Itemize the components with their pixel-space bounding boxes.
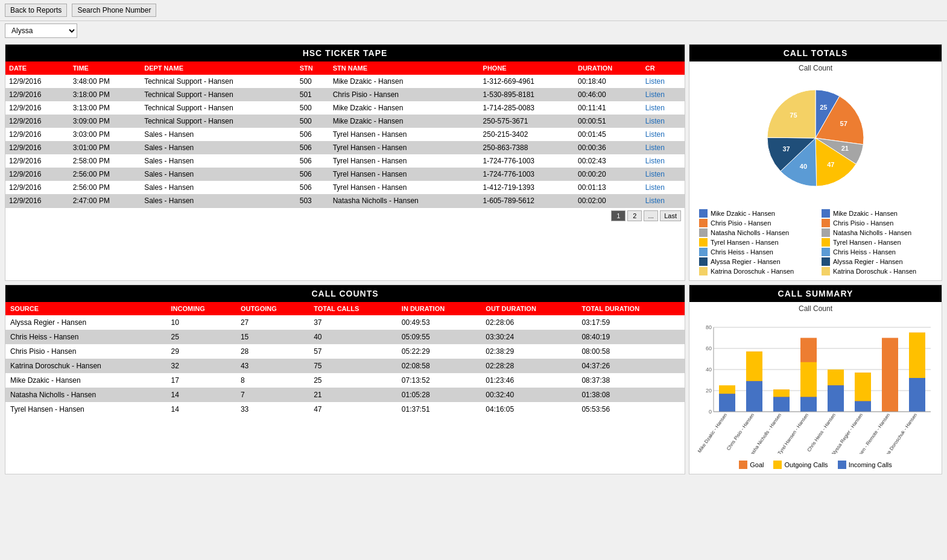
ticker-header-row: DATE TIME DEPT NAME STN STN NAME PHONE D… [5, 61, 685, 75]
legend-item: Mike Dzakic - Hansen [822, 209, 932, 218]
cell-time: 2:56:00 PM [69, 181, 141, 194]
alyssa-dropdown[interactable]: Alyssa [5, 24, 77, 38]
pie-chart-container: 25572147403775 [689, 75, 942, 204]
bar-incoming [828, 385, 844, 412]
legend-color-box [699, 267, 708, 275]
col-date: DATE [5, 61, 69, 75]
listen-link[interactable]: Listen [645, 197, 665, 205]
col-phone: PHONE [480, 61, 574, 75]
table-row: 12/9/2016 3:13:00 PM Technical Support -… [5, 101, 685, 115]
cell-dept: Sales - Hansen [141, 141, 296, 154]
page-2-button[interactable]: 2 [627, 210, 642, 221]
legend-item: Katrina Doroschuk - Hansen [699, 267, 809, 275]
legend-label: Chris Pisio - Hansen [711, 219, 771, 227]
bar-incoming [719, 394, 735, 412]
cell-stn: 506 [296, 181, 329, 194]
legend-color-box [699, 248, 708, 256]
cell-date: 12/9/2016 [5, 88, 69, 101]
cell-duration: 00:01:45 [574, 128, 642, 141]
legend-color-box [699, 228, 708, 237]
cell-source: Chris Pisio - Hansen [5, 344, 166, 359]
cell-total: 37 [309, 315, 397, 330]
y-axis-label: 20 [706, 388, 712, 394]
listen-link[interactable]: Listen [645, 117, 665, 125]
pie-label: 47 [827, 161, 834, 168]
bar-legend-label: Goal [750, 461, 764, 468]
listen-link[interactable]: Listen [645, 104, 665, 112]
cell-time: 2:56:00 PM [69, 168, 141, 181]
cell-date: 12/9/2016 [5, 128, 69, 141]
ticker-tape-panel: HSC TICKER TAPE DATE TIME DEPT NAME STN … [5, 44, 685, 281]
listen-link[interactable]: Listen [645, 183, 665, 192]
cell-totalduration: 05:53:56 [577, 402, 685, 417]
cell-duration: 00:00:36 [574, 141, 642, 154]
cell-time: 3:48:00 PM [69, 75, 141, 88]
cell-duration: 00:00:51 [574, 115, 642, 128]
call-totals-chart-title: Call Count [689, 61, 942, 75]
cell-time: 3:03:00 PM [69, 128, 141, 141]
cell-outgoing: 8 [236, 373, 309, 388]
pie-label: 25 [820, 104, 827, 111]
legend-color-box [822, 257, 830, 266]
pie-label: 40 [800, 163, 807, 170]
listen-link[interactable]: Listen [645, 90, 665, 99]
cell-dept: Sales - Hansen [141, 128, 296, 141]
listen-link[interactable]: Listen [645, 77, 665, 86]
cell-total: 47 [309, 402, 397, 417]
col-stn-name: STN NAME [329, 61, 480, 75]
table-row: 12/9/2016 3:48:00 PM Technical Support -… [5, 75, 685, 88]
cell-dept: Sales - Hansen [141, 194, 296, 207]
col-dept: DEPT NAME [141, 61, 296, 75]
page-1-button[interactable]: 1 [611, 210, 626, 221]
cell-cr: Listen [642, 141, 685, 154]
cell-induration: 07:13:52 [397, 373, 481, 388]
pie-label: 37 [782, 145, 790, 153]
legend-color-box [822, 209, 830, 218]
cell-phone: 1-312-669-4961 [480, 75, 574, 88]
listen-link[interactable]: Listen [645, 130, 665, 139]
cell-time: 3:18:00 PM [69, 88, 141, 101]
listen-link[interactable]: Listen [645, 157, 665, 165]
legend-item: Natasha Nicholls - Hansen [822, 228, 932, 237]
table-row: Tyrel Hansen - Hansen 14 33 47 01:37:51 … [5, 402, 685, 417]
counts-header-row: SOURCE INCOMING OUTGOING TOTAL CALLS IN … [5, 302, 685, 315]
cell-outgoing: 27 [236, 315, 309, 330]
page-last-button[interactable]: Last [660, 210, 681, 221]
cell-cr: Listen [642, 168, 685, 181]
ticker-scroll[interactable]: DATE TIME DEPT NAME STN STN NAME PHONE D… [5, 61, 685, 207]
back-to-reports-button[interactable]: Back to Reports [5, 4, 67, 17]
cell-time: 3:13:00 PM [69, 101, 141, 115]
legend-item: Tyrel Hansen - Hansen [822, 238, 932, 247]
cell-duration: 00:00:20 [574, 168, 642, 181]
table-row: 12/9/2016 3:18:00 PM Technical Support -… [5, 88, 685, 101]
bar-outgoing [746, 351, 762, 381]
cell-stn-name: Mike Dzakic - Hansen [329, 75, 480, 88]
cell-outduration: 03:30:24 [481, 330, 577, 344]
cell-incoming: 29 [166, 344, 235, 359]
dropdown-row: Alyssa [0, 21, 947, 40]
cell-time: 2:58:00 PM [69, 154, 141, 168]
pie-label: 57 [840, 120, 847, 127]
bar-chart-container: 020406080Mike Dzakic - HansenChris Pisio… [689, 315, 942, 456]
cell-stn-name: Natasha Nicholls - Hansen [329, 194, 480, 207]
cell-phone: 1-724-776-1003 [480, 168, 574, 181]
ticker-tape-title: HSC TICKER TAPE [5, 45, 685, 61]
listen-link[interactable]: Listen [645, 143, 665, 152]
cell-duration: 00:01:13 [574, 181, 642, 194]
cell-duration: 00:11:41 [574, 101, 642, 115]
bar-legend-item: Outgoing Calls [773, 461, 828, 469]
cell-cr: Listen [642, 181, 685, 194]
page-ellipsis-button[interactable]: ... [644, 210, 658, 221]
listen-link[interactable]: Listen [645, 170, 665, 178]
legend-item: Chris Pisio - Hansen [699, 219, 809, 227]
bar-incoming [746, 381, 762, 412]
ticker-table: DATE TIME DEPT NAME STN STN NAME PHONE D… [5, 61, 685, 207]
cell-cr: Listen [642, 154, 685, 168]
col-cr: CR [642, 61, 685, 75]
cell-date: 12/9/2016 [5, 115, 69, 128]
legend-item: Alyssa Regier - Hansen [822, 257, 932, 266]
top-bar: Back to Reports Search Phone Number [0, 0, 947, 21]
search-phone-button[interactable]: Search Phone Number [72, 4, 156, 17]
cell-stn: 500 [296, 115, 329, 128]
bar-legend: GoalOutgoing CallsIncoming Calls [689, 456, 942, 474]
